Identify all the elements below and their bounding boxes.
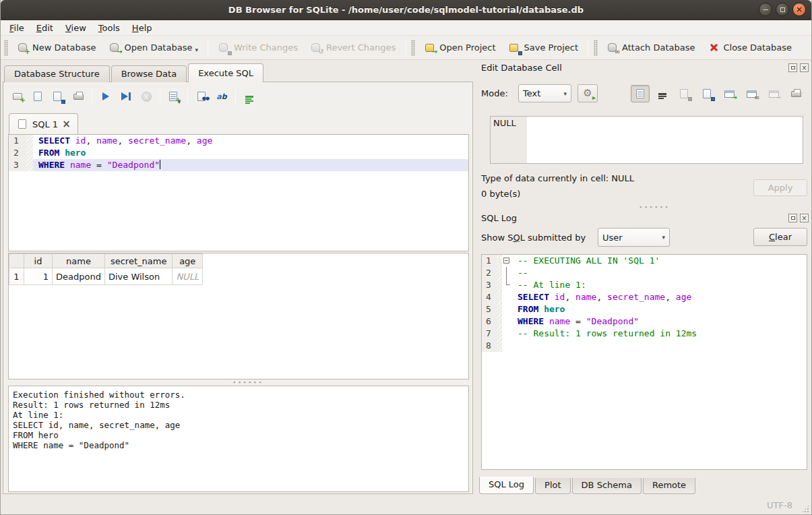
tab-db-schema[interactable]: DB Schema	[572, 478, 642, 494]
line-number: 3	[482, 279, 497, 291]
execute-line-button[interactable]	[117, 88, 135, 105]
column-header-id[interactable]: id	[24, 254, 53, 268]
mode-select[interactable]: Text ▾	[518, 84, 571, 102]
chevron-down-icon: ▾	[662, 234, 665, 241]
save-project-button[interactable]: Save Project	[502, 39, 585, 57]
menu-edit[interactable]: Edit	[30, 22, 59, 34]
line-number: 2	[482, 267, 497, 279]
open-external-button[interactable]: →	[720, 85, 739, 102]
sql-file-icon	[16, 119, 28, 129]
tab-plot[interactable]: Plot	[535, 478, 571, 494]
message-line: Execution finished without errors.	[13, 390, 464, 400]
sql-log-title: SQL Log	[481, 213, 517, 223]
row-number-cell[interactable]: 1	[9, 268, 24, 285]
menu-bar: File Edit View Tools Help	[1, 20, 811, 36]
word-wrap-button[interactable]	[653, 85, 672, 102]
new-database-icon: +	[16, 42, 28, 53]
column-header-secret-name[interactable]: secret_name	[104, 254, 172, 268]
toolbar-separator	[588, 40, 588, 56]
tab-browse-data[interactable]: Browse Data	[111, 65, 187, 82]
menu-tools[interactable]: Tools	[92, 22, 126, 34]
tab-remote[interactable]: Remote	[643, 478, 695, 494]
results-grid[interactable]: id name secret_name age 1 1 Deadpond Div…	[8, 253, 469, 380]
cell-value-editor[interactable]: NULL	[490, 116, 803, 164]
maximize-button[interactable]	[776, 3, 789, 16]
format-sql-button[interactable]	[241, 88, 258, 105]
cell-id[interactable]: 1	[24, 268, 53, 285]
column-header-age[interactable]: age	[173, 254, 203, 268]
log-filter-select[interactable]: User ▾	[598, 228, 670, 247]
cell-name[interactable]: Deadpond	[53, 268, 105, 285]
text-cursor	[160, 160, 160, 169]
dock-splitter-handle[interactable]: ∙∙∙∙∙∙	[639, 204, 670, 210]
open-project-button[interactable]: → Open Project	[417, 39, 501, 57]
menu-view[interactable]: View	[59, 22, 92, 34]
replace-text-button[interactable]: ab	[213, 88, 230, 105]
clear-log-button[interactable]: Clear	[753, 228, 807, 246]
main-toolbar: + New Database → Open Database ▾ Write C…	[1, 36, 811, 60]
sql-tab-close-icon[interactable]: ×	[62, 120, 71, 129]
tab-database-structure[interactable]: Database Structure	[4, 65, 110, 82]
save-sql-file-button[interactable]: ▾	[49, 88, 67, 105]
float-panel-button[interactable]	[788, 214, 797, 222]
execution-message-box[interactable]: Execution finished without errors. Resul…	[8, 386, 469, 492]
open-database-dropdown-icon[interactable]: ▾	[195, 47, 198, 53]
splitter-handle[interactable]: ∙∙∙∙∙∙	[232, 379, 263, 386]
encoding-label: UTF-8	[767, 500, 792, 510]
editor-line-current[interactable]: 3 WHERE name = "Deadpond"	[9, 159, 468, 171]
status-bar: UTF-8	[1, 495, 811, 515]
float-panel-button[interactable]	[788, 63, 797, 72]
attach-database-button[interactable]: ∞ Attach Database	[600, 39, 701, 57]
close-database-button[interactable]: Close Database	[701, 39, 798, 57]
cell-value: NULL	[491, 117, 527, 163]
new-database-button[interactable]: + New Database	[10, 39, 102, 57]
toolbar-drag-handle[interactable]	[4, 40, 8, 56]
edit-cell-title: Edit Database Cell	[481, 63, 562, 73]
close-panel-button[interactable]: ×	[800, 63, 809, 72]
editor-line[interactable]: 2 FROM hero	[9, 147, 468, 159]
fold-collapse-icon[interactable]: −	[503, 258, 509, 264]
window-title: DB Browser for SQLite - /home/user/code/…	[228, 5, 584, 15]
open-sql-file-button[interactable]	[29, 88, 46, 105]
save-results-button[interactable]: +▾	[165, 88, 183, 105]
cell-secret-name[interactable]: Dive Wilson	[104, 268, 172, 285]
open-database-button[interactable]: → Open Database ▾	[102, 39, 204, 57]
resize-grip[interactable]	[801, 505, 809, 513]
export-data-button[interactable]	[697, 85, 716, 102]
close-panel-button[interactable]: ×	[800, 214, 809, 222]
open-project-icon: →	[423, 42, 435, 53]
autoswitch-mode-button[interactable]: ⚙▸	[577, 84, 598, 102]
chevron-down-icon: ▾	[563, 90, 567, 97]
toolbar-drag-handle[interactable]	[594, 40, 598, 56]
message-line: Result: 1 rows returned in 12ms	[13, 400, 464, 410]
sql-document-tab[interactable]: SQL 1 ×	[9, 113, 78, 134]
menu-help[interactable]: Help	[126, 22, 158, 34]
log-line: 4 SELECT id, name, secret_name, age	[482, 291, 807, 303]
mode-label: Mode:	[481, 88, 508, 98]
mode-value: Text	[523, 88, 559, 98]
close-button[interactable]: ×	[792, 3, 806, 16]
title-bar[interactable]: DB Browser for SQLite - /home/user/code/…	[1, 0, 811, 20]
toolbar-drag-handle[interactable]	[411, 40, 415, 56]
tab-sql-log[interactable]: SQL Log	[479, 477, 534, 494]
execute-all-button[interactable]	[97, 88, 115, 105]
tab-execute-sql[interactable]: Execute SQL	[188, 63, 263, 82]
print-cell-button[interactable]	[786, 85, 805, 102]
cell-editor-area[interactable]	[527, 117, 803, 163]
results-corner-cell[interactable]	[9, 254, 24, 268]
minimize-button[interactable]: −	[759, 3, 772, 16]
new-sql-tab-button[interactable]: +	[9, 88, 26, 105]
print-sql-button[interactable]	[69, 88, 87, 105]
sql-log-view[interactable]: 1 − -- EXECUTING ALL IN 'SQL 1' 2 -- 3 -…	[481, 254, 807, 470]
find-in-sql-button[interactable]: ●●	[193, 88, 210, 105]
execute-sql-panel: + ▾ × +▾ ●● ab SQL 1 × 1 SELE	[3, 82, 473, 494]
copy-link-button[interactable]: ∞	[742, 85, 761, 102]
text-mode-button[interactable]	[631, 85, 650, 102]
cell-age-null[interactable]: NULL	[173, 268, 203, 285]
sql-editor[interactable]: 1 SELECT id, name, secret_name, age 2 FR…	[8, 134, 469, 251]
column-header-name[interactable]: name	[53, 254, 105, 268]
editor-line[interactable]: 1 SELECT id, name, secret_name, age	[9, 135, 468, 147]
line-number: 1	[482, 255, 497, 267]
toolbar-separator	[208, 40, 208, 56]
menu-file[interactable]: File	[3, 22, 30, 34]
